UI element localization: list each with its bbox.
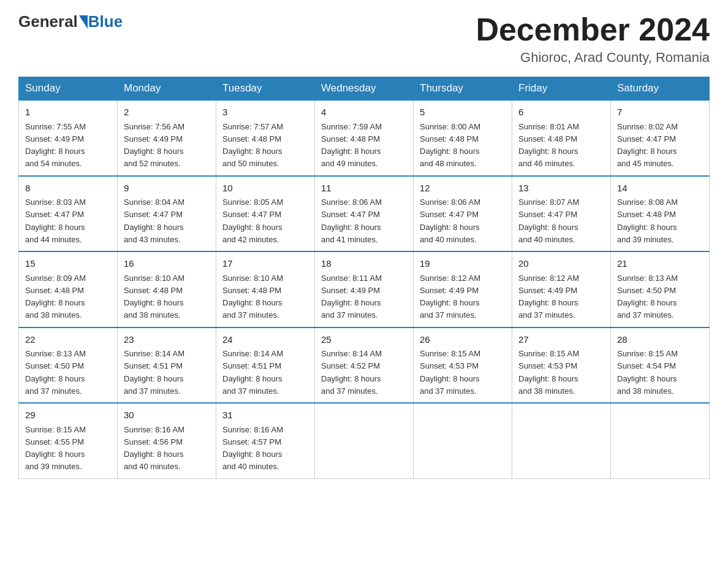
logo-blue-text: Blue xyxy=(88,12,123,31)
day-info: Sunrise: 8:05 AMSunset: 4:47 PMDaylight:… xyxy=(222,197,283,244)
table-row xyxy=(414,403,512,478)
table-row: 5 Sunrise: 8:00 AMSunset: 4:48 PMDayligh… xyxy=(414,100,512,176)
table-row: 25 Sunrise: 8:14 AMSunset: 4:52 PMDaylig… xyxy=(315,327,414,404)
table-row: 17 Sunrise: 8:10 AMSunset: 4:48 PMDaylig… xyxy=(216,251,315,327)
day-number: 3 xyxy=(222,105,308,120)
table-row: 20 Sunrise: 8:12 AMSunset: 4:49 PMDaylig… xyxy=(512,251,611,327)
day-info: Sunrise: 8:08 AMSunset: 4:48 PMDaylight:… xyxy=(617,197,678,244)
table-row xyxy=(512,403,611,478)
table-row xyxy=(611,403,710,478)
day-info: Sunrise: 8:13 AMSunset: 4:50 PMDaylight:… xyxy=(617,274,678,320)
table-row: 6 Sunrise: 8:01 AMSunset: 4:48 PMDayligh… xyxy=(512,100,611,176)
day-number: 27 xyxy=(518,333,604,347)
table-row: 30 Sunrise: 8:16 AMSunset: 4:56 PMDaylig… xyxy=(118,403,216,478)
day-number: 25 xyxy=(321,333,407,347)
day-info: Sunrise: 8:10 AMSunset: 4:48 PMDaylight:… xyxy=(222,274,283,320)
calendar-week-row: 8 Sunrise: 8:03 AMSunset: 4:47 PMDayligh… xyxy=(19,176,710,252)
day-number: 12 xyxy=(420,182,506,196)
table-row: 28 Sunrise: 8:15 AMSunset: 4:54 PMDaylig… xyxy=(611,327,710,404)
day-number: 4 xyxy=(321,105,407,120)
day-number: 13 xyxy=(518,182,604,196)
calendar-week-row: 22 Sunrise: 8:13 AMSunset: 4:50 PMDaylig… xyxy=(19,327,710,404)
day-info: Sunrise: 8:01 AMSunset: 4:48 PMDaylight:… xyxy=(518,122,579,169)
day-info: Sunrise: 8:16 AMSunset: 4:57 PMDaylight:… xyxy=(222,425,283,472)
day-info: Sunrise: 8:06 AMSunset: 4:47 PMDaylight:… xyxy=(420,197,480,244)
day-info: Sunrise: 8:09 AMSunset: 4:48 PMDaylight:… xyxy=(25,274,86,320)
header-tuesday: Tuesday xyxy=(216,77,315,101)
table-row: 12 Sunrise: 8:06 AMSunset: 4:47 PMDaylig… xyxy=(414,176,512,252)
table-row: 31 Sunrise: 8:16 AMSunset: 4:57 PMDaylig… xyxy=(216,403,315,478)
day-number: 23 xyxy=(124,333,210,347)
day-number: 30 xyxy=(124,408,210,423)
table-row: 14 Sunrise: 8:08 AMSunset: 4:48 PMDaylig… xyxy=(611,176,710,252)
day-info: Sunrise: 7:59 AMSunset: 4:48 PMDaylight:… xyxy=(321,122,382,169)
day-number: 22 xyxy=(25,333,111,347)
day-info: Sunrise: 7:56 AMSunset: 4:49 PMDaylight:… xyxy=(124,122,184,169)
day-number: 16 xyxy=(124,257,210,271)
calendar-week-row: 15 Sunrise: 8:09 AMSunset: 4:48 PMDaylig… xyxy=(19,251,710,327)
day-number: 29 xyxy=(25,408,111,423)
day-number: 21 xyxy=(617,257,703,271)
logo: General Blue xyxy=(18,12,123,31)
table-row: 16 Sunrise: 8:10 AMSunset: 4:48 PMDaylig… xyxy=(118,251,216,327)
location-title: Ghioroc, Arad County, Romania xyxy=(476,50,710,66)
day-info: Sunrise: 7:57 AMSunset: 4:48 PMDaylight:… xyxy=(222,122,283,169)
day-number: 7 xyxy=(617,105,703,120)
day-number: 10 xyxy=(222,182,308,196)
table-row: 27 Sunrise: 8:15 AMSunset: 4:53 PMDaylig… xyxy=(512,327,611,404)
title-area: December 2024 Ghioroc, Arad County, Roma… xyxy=(476,12,710,66)
day-info: Sunrise: 8:11 AMSunset: 4:49 PMDaylight:… xyxy=(321,274,382,320)
table-row: 4 Sunrise: 7:59 AMSunset: 4:48 PMDayligh… xyxy=(315,100,414,176)
table-row: 13 Sunrise: 8:07 AMSunset: 4:47 PMDaylig… xyxy=(512,176,611,252)
day-number: 26 xyxy=(420,333,506,347)
day-info: Sunrise: 7:55 AMSunset: 4:49 PMDaylight:… xyxy=(25,122,86,169)
day-number: 18 xyxy=(321,257,407,271)
day-info: Sunrise: 8:12 AMSunset: 4:49 PMDaylight:… xyxy=(518,274,579,320)
day-number: 15 xyxy=(25,257,111,271)
header-monday: Monday xyxy=(118,77,216,101)
header-wednesday: Wednesday xyxy=(315,77,414,101)
month-title: December 2024 xyxy=(476,12,710,47)
table-row: 2 Sunrise: 7:56 AMSunset: 4:49 PMDayligh… xyxy=(118,100,216,176)
header-saturday: Saturday xyxy=(611,77,710,101)
day-info: Sunrise: 8:16 AMSunset: 4:56 PMDaylight:… xyxy=(124,425,184,472)
logo-arrow-icon xyxy=(79,15,88,29)
table-row: 26 Sunrise: 8:15 AMSunset: 4:53 PMDaylig… xyxy=(414,327,512,404)
table-row: 19 Sunrise: 8:12 AMSunset: 4:49 PMDaylig… xyxy=(414,251,512,327)
table-row: 23 Sunrise: 8:14 AMSunset: 4:51 PMDaylig… xyxy=(118,327,216,404)
calendar-week-row: 1 Sunrise: 7:55 AMSunset: 4:49 PMDayligh… xyxy=(19,100,710,176)
calendar-week-row: 29 Sunrise: 8:15 AMSunset: 4:55 PMDaylig… xyxy=(19,403,710,478)
table-row: 18 Sunrise: 8:11 AMSunset: 4:49 PMDaylig… xyxy=(315,251,414,327)
day-number: 6 xyxy=(518,105,604,120)
table-row: 9 Sunrise: 8:04 AMSunset: 4:47 PMDayligh… xyxy=(118,176,216,252)
day-info: Sunrise: 8:15 AMSunset: 4:53 PMDaylight:… xyxy=(420,349,480,396)
table-row: 11 Sunrise: 8:06 AMSunset: 4:47 PMDaylig… xyxy=(315,176,414,252)
table-row: 8 Sunrise: 8:03 AMSunset: 4:47 PMDayligh… xyxy=(19,176,118,252)
day-number: 14 xyxy=(617,182,703,196)
header-friday: Friday xyxy=(512,77,611,101)
day-info: Sunrise: 8:15 AMSunset: 4:54 PMDaylight:… xyxy=(617,349,678,396)
day-number: 11 xyxy=(321,182,407,196)
day-number: 5 xyxy=(420,105,506,120)
page-header: General Blue December 2024 Ghioroc, Arad… xyxy=(18,12,710,66)
table-row: 15 Sunrise: 8:09 AMSunset: 4:48 PMDaylig… xyxy=(19,251,118,327)
day-info: Sunrise: 8:10 AMSunset: 4:48 PMDaylight:… xyxy=(124,274,184,320)
day-info: Sunrise: 8:14 AMSunset: 4:51 PMDaylight:… xyxy=(222,349,283,396)
day-number: 28 xyxy=(617,333,703,347)
table-row: 24 Sunrise: 8:14 AMSunset: 4:51 PMDaylig… xyxy=(216,327,315,404)
day-info: Sunrise: 8:13 AMSunset: 4:50 PMDaylight:… xyxy=(25,349,86,396)
header-sunday: Sunday xyxy=(19,77,118,101)
day-info: Sunrise: 8:14 AMSunset: 4:52 PMDaylight:… xyxy=(321,349,382,396)
day-number: 9 xyxy=(124,182,210,196)
day-number: 20 xyxy=(518,257,604,271)
day-number: 1 xyxy=(25,105,111,120)
day-info: Sunrise: 8:15 AMSunset: 4:55 PMDaylight:… xyxy=(25,425,86,472)
day-info: Sunrise: 8:02 AMSunset: 4:47 PMDaylight:… xyxy=(617,122,678,169)
day-info: Sunrise: 8:15 AMSunset: 4:53 PMDaylight:… xyxy=(518,349,579,396)
day-info: Sunrise: 8:14 AMSunset: 4:51 PMDaylight:… xyxy=(124,349,184,396)
day-number: 19 xyxy=(420,257,506,271)
table-row xyxy=(315,403,414,478)
day-number: 31 xyxy=(222,408,308,423)
day-info: Sunrise: 8:03 AMSunset: 4:47 PMDaylight:… xyxy=(25,197,86,244)
day-number: 17 xyxy=(222,257,308,271)
